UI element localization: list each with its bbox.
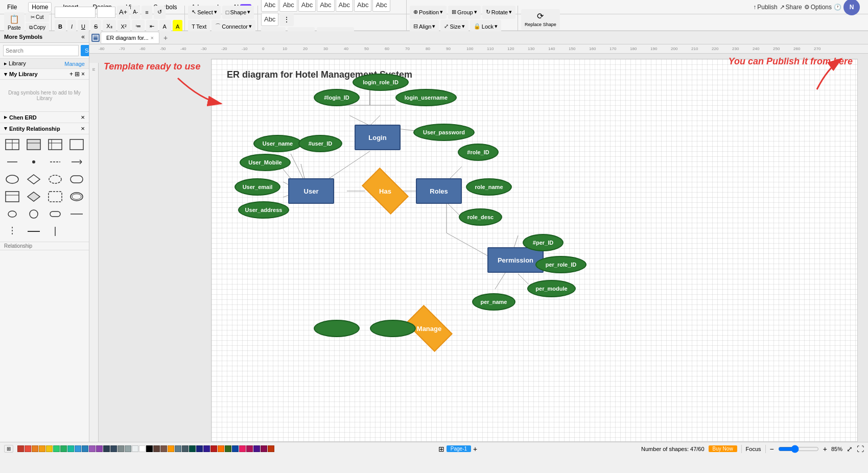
color-swatch-deep-navy[interactable]	[196, 445, 203, 452]
shape-item-entity-box[interactable]	[66, 136, 87, 153]
shape-item-entity-table3[interactable]	[45, 136, 65, 153]
shape-item-line2[interactable]	[45, 154, 65, 170]
shape-item-table5[interactable]	[24, 188, 44, 205]
shape-item-ellipse[interactable]	[2, 171, 22, 187]
color-swatch-deep-orange[interactable]	[218, 445, 224, 452]
replace-shape-button[interactable]: ⟳ Replace Shape	[521, 9, 560, 30]
color-swatch-dark-purple[interactable]	[96, 445, 103, 452]
shape-item-diamond[interactable]	[24, 171, 44, 187]
tab-add-button[interactable]: +	[160, 33, 171, 43]
attr-user-email[interactable]: User_email	[234, 178, 280, 196]
entity-permission[interactable]: Permission	[487, 247, 544, 273]
style-swatch-2[interactable]: Abc	[279, 0, 297, 12]
attr-per-name[interactable]: per_name	[472, 293, 515, 311]
style-swatch-7[interactable]: Abc	[372, 0, 390, 12]
color-swatch-deep-red[interactable]	[210, 445, 217, 452]
shape-item-dashed-ellipse[interactable]	[45, 171, 65, 187]
color-swatch-dark-brown[interactable]	[160, 445, 167, 452]
attr-user-password[interactable]: User_password	[413, 124, 475, 141]
attr-login-role-id[interactable]: login_role_ID	[353, 74, 409, 91]
color-swatch-dark-gray[interactable]	[110, 445, 117, 452]
shape-item-circle[interactable]	[24, 206, 44, 222]
shape-item-table6[interactable]	[45, 188, 65, 205]
color-swatch-very-dark-purple[interactable]	[253, 445, 260, 452]
shape-item-entity-table2[interactable]	[24, 136, 44, 153]
copy-button[interactable]: ⧉Copy	[26, 23, 49, 32]
style-swatch-8[interactable]: Abc	[261, 13, 278, 26]
group-button[interactable]: ⊞ Group▾	[448, 6, 481, 19]
entity-relationship-category[interactable]: ▾ Entity Relationship ×	[0, 123, 89, 134]
color-swatch-black[interactable]	[146, 445, 153, 452]
search-button[interactable]: Search	[81, 45, 89, 56]
attr-login-username[interactable]: login_username	[395, 89, 457, 106]
menu-file[interactable]: File	[4, 3, 20, 12]
color-swatch-deep-purple[interactable]	[203, 445, 210, 452]
menu-home[interactable]: Home	[28, 2, 52, 12]
white-canvas[interactable]: ER diagram for Hotel Management System L…	[211, 59, 858, 442]
style-swatch-3[interactable]: Abc	[298, 0, 316, 12]
cut-button[interactable]: ✂Cut	[26, 13, 49, 22]
buy-now-button[interactable]: Buy Now	[709, 445, 737, 452]
attr-hash-per-id[interactable]: #per_ID	[523, 234, 564, 251]
clear-format-button[interactable]: ↺	[154, 6, 166, 19]
position-button[interactable]: ⊕ Position▾	[410, 6, 447, 19]
color-swatch-deep-teal[interactable]	[189, 445, 196, 452]
relationship-has[interactable]: Has	[365, 178, 406, 204]
zoom-in-button[interactable]: +	[823, 445, 827, 453]
color-swatch-pink[interactable]	[239, 445, 246, 452]
color-swatch-yellow-orange[interactable]	[39, 445, 45, 452]
color-swatch-green[interactable]	[53, 445, 60, 452]
page-1-button[interactable]: Page-1	[447, 445, 471, 452]
shape-item-vline[interactable]	[45, 223, 65, 240]
avatar[interactable]: N	[843, 0, 860, 15]
color-swatch-purple[interactable]	[89, 445, 96, 452]
attr-hash-login-id[interactable]: #login_ID	[314, 89, 360, 106]
shape-button[interactable]: □ Shape ▾	[222, 6, 254, 19]
color-swatch-light-red[interactable]	[25, 445, 31, 452]
align-left-button[interactable]: ≡	[142, 6, 152, 19]
entity-rel-close-button[interactable]: ×	[81, 125, 85, 132]
focus-button[interactable]: Focus	[746, 446, 761, 452]
share-button[interactable]: ↗ Share	[780, 4, 802, 11]
shape-item-rounded-rect[interactable]	[66, 171, 87, 187]
color-swatch-dark-green[interactable]	[60, 445, 67, 452]
library-add2-button[interactable]: ⊞	[75, 70, 80, 78]
font-size-input[interactable]: 12	[97, 7, 115, 18]
search-input[interactable]	[3, 45, 79, 56]
shape-item-hline2[interactable]	[24, 223, 44, 240]
color-swatch-light-gray[interactable]	[125, 445, 131, 452]
shape-item-hline[interactable]	[66, 206, 87, 222]
attr-bottom-2[interactable]	[370, 320, 416, 337]
color-swatch-gray[interactable]	[118, 445, 124, 452]
style-swatch-4[interactable]: Abc	[317, 0, 334, 12]
add-page-button[interactable]: +	[473, 445, 477, 453]
fit-page-button[interactable]: ⤢	[847, 445, 853, 453]
attr-hash-user-id[interactable]: #user_ID	[298, 135, 342, 152]
shape-item-line1[interactable]	[2, 154, 22, 170]
attr-per-role-id[interactable]: per_role_ID	[535, 256, 587, 273]
paste-button[interactable]: 📋 Paste	[4, 12, 25, 33]
shape-item-double-ellipse[interactable]	[66, 188, 87, 205]
styles-more-button[interactable]: ⋮	[279, 13, 294, 26]
attr-role-desc[interactable]: role_desc	[459, 208, 502, 226]
shape-item-line3[interactable]	[66, 154, 87, 170]
attr-user-mobile[interactable]: User_Mobile	[240, 154, 291, 171]
color-swatch-maroon[interactable]	[261, 445, 267, 452]
attr-user-address[interactable]: User_address	[238, 201, 289, 219]
add-library-button[interactable]: +	[69, 70, 73, 78]
color-swatch-deep-blue[interactable]	[232, 445, 239, 452]
chen-erd-category[interactable]: ▸ Chen ERD ×	[0, 112, 89, 123]
color-swatch-deep-green[interactable]	[225, 445, 231, 452]
shape-item-table4[interactable]	[2, 188, 22, 205]
color-swatch-red[interactable]	[17, 445, 24, 452]
entity-roles[interactable]: Roles	[416, 178, 462, 204]
zoom-slider[interactable]	[778, 445, 819, 453]
attr-role-name[interactable]: role_name	[466, 178, 512, 196]
color-swatch-dark-blue[interactable]	[82, 445, 88, 452]
color-swatch-blue-gray[interactable]	[175, 445, 181, 452]
page-nav-left[interactable]: ⊞	[438, 445, 444, 453]
style-swatch-5[interactable]: Abc	[336, 0, 353, 12]
diagram-canvas-area[interactable]: ER diagram for Hotel Management System L…	[99, 54, 868, 442]
color-swatch-yellow[interactable]	[46, 445, 53, 452]
attr-bottom-1[interactable]	[314, 320, 360, 337]
